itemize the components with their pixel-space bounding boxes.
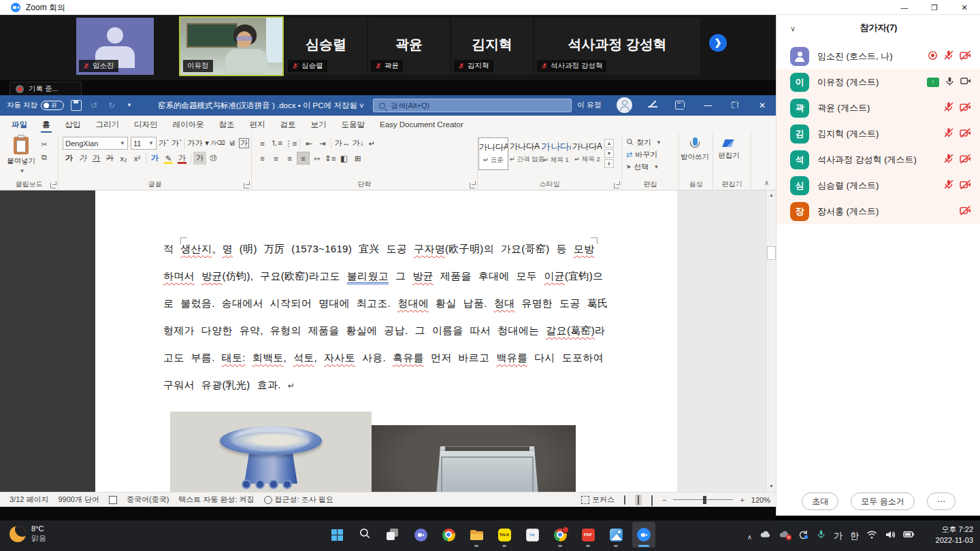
font-size-combo[interactable]: 11▼ bbox=[131, 137, 157, 150]
style-간격 없음[interactable]: 가나다AaE↵ 간격 없음 bbox=[510, 137, 540, 170]
tab-보기[interactable]: 보기 bbox=[304, 117, 334, 133]
borders-button[interactable]: ⊞ bbox=[351, 152, 364, 165]
quick-access-caret-icon[interactable]: ▼ bbox=[124, 100, 135, 111]
camera-off-icon[interactable] bbox=[960, 127, 971, 141]
read-mode-button[interactable] bbox=[621, 495, 628, 505]
tab-그리기[interactable]: 그리기 bbox=[88, 117, 127, 133]
web-layout-button[interactable] bbox=[649, 495, 655, 505]
redo-icon[interactable]: ↻ bbox=[106, 100, 117, 111]
clear-format-button[interactable]: 가⌫ bbox=[210, 137, 226, 150]
font-dialog-launcher[interactable] bbox=[244, 183, 249, 188]
tab-편지[interactable]: 편지 bbox=[242, 117, 273, 133]
zoom-minimize-button[interactable]: — bbox=[893, 0, 916, 15]
styles-more-icon[interactable]: ⇟ bbox=[604, 159, 614, 168]
participant-row[interactable]: 석석사과정 강성혁 (게스트) bbox=[777, 147, 980, 173]
bold-button[interactable]: 가 bbox=[63, 152, 76, 165]
editor-button[interactable]: 편집기 bbox=[713, 135, 745, 160]
grow-font-button[interactable]: 가ˆ bbox=[157, 137, 170, 150]
styles-scroll[interactable]: ▲▼⇟ bbox=[604, 139, 614, 170]
language-indicator[interactable]: 중국어(중국) bbox=[127, 495, 169, 505]
more-button[interactable]: ⋯ bbox=[927, 492, 956, 510]
ime-a-indicator[interactable]: 가 bbox=[834, 529, 843, 542]
document-line-3[interactable]: 로 불렀음. 송대에서 시작되어 명대에 최고조. 청대에 황실 납품. 청대 … bbox=[163, 297, 603, 310]
format-painter-button[interactable] bbox=[38, 165, 50, 176]
volume-icon[interactable] bbox=[885, 529, 896, 543]
share-button[interactable]: 공유 ˅ bbox=[723, 97, 755, 112]
video-tile-5[interactable]: 김지혁김지혁 bbox=[451, 18, 533, 75]
zoom-close-button[interactable]: ✕ bbox=[953, 0, 976, 15]
mute-all-button[interactable]: 모두 음소거 bbox=[851, 492, 914, 510]
align-center-button[interactable]: ≡ bbox=[270, 152, 282, 165]
clipboard-dialog-launcher[interactable] bbox=[50, 183, 56, 188]
italic-button[interactable]: 가 bbox=[76, 152, 89, 165]
sort-button[interactable]: 가↓ bbox=[351, 137, 364, 150]
distribute-button[interactable]: ⇿ bbox=[310, 152, 323, 165]
style-제목 1[interactable]: 가나다/↵ 제목 1 bbox=[541, 137, 571, 170]
search-taskbar-icon[interactable] bbox=[353, 522, 376, 548]
mic-muted-icon[interactable] bbox=[943, 101, 954, 115]
text-effects-button[interactable]: 가 bbox=[148, 152, 161, 165]
document-line-1[interactable]: 적 생산지。명 (明) 万厉 (1573~1619) 宜兴 도공 구자명(欧子明… bbox=[163, 243, 603, 256]
document-line-6[interactable]: 구워서 유광(乳光) 효과. ↵ bbox=[163, 379, 603, 392]
participant-row[interactable]: 김김지혁 (게스트) bbox=[777, 121, 980, 147]
start-taskbar-icon[interactable] bbox=[325, 522, 348, 548]
change-case-button[interactable]: 가가 ▾ bbox=[186, 137, 210, 150]
mic-active-icon[interactable] bbox=[816, 529, 826, 542]
shrink-font-button[interactable]: 가ˇ bbox=[170, 137, 183, 150]
recording-icon[interactable] bbox=[928, 50, 938, 63]
mic-muted-icon[interactable] bbox=[943, 127, 954, 141]
camera-off-icon[interactable] bbox=[960, 205, 971, 219]
scroll-down-icon[interactable]: ▼ bbox=[767, 482, 776, 491]
tray-expand-icon[interactable]: ∧ bbox=[747, 530, 752, 542]
styles-down-icon[interactable]: ▼ bbox=[604, 149, 614, 158]
font-name-combo[interactable]: DengXian▼ bbox=[63, 137, 128, 150]
char-border-button[interactable]: 가 bbox=[239, 138, 250, 148]
zoom-level[interactable]: 120% bbox=[751, 496, 770, 504]
participant-row[interactable]: 곽곽윤 (게스트) bbox=[777, 95, 980, 121]
autocomplete-status[interactable]: 텍스트 자동 완성: 켜짐 bbox=[178, 495, 254, 505]
tab-검토[interactable]: 검토 bbox=[273, 117, 304, 133]
mic-muted-icon[interactable] bbox=[943, 179, 954, 193]
styles-up-icon[interactable]: ▲ bbox=[604, 139, 614, 148]
tab-홈[interactable]: 홈 bbox=[35, 117, 58, 133]
document-line-4[interactable]: 형제가 다양한 유약, 유형의 제품을 황실에 공납. 그 이름을 따서 청대에… bbox=[163, 324, 603, 337]
memo-button[interactable]: 메모 bbox=[681, 97, 708, 112]
tab-레이아웃[interactable]: 레이아웃 bbox=[165, 117, 212, 133]
outdent-button[interactable]: ⇤ bbox=[302, 137, 315, 150]
ceramic-image-blue-vase[interactable] bbox=[170, 412, 372, 492]
camera-icon[interactable] bbox=[960, 76, 971, 89]
scroll-up-icon[interactable]: ▲ bbox=[767, 190, 776, 200]
phonetic-guide-button[interactable]: 냂 bbox=[226, 137, 239, 150]
zoom-in-icon[interactable]: + bbox=[740, 496, 744, 504]
cloud-error-icon[interactable]: ✕ bbox=[779, 529, 790, 543]
participant-row[interactable]: 장장서홍 (게스트) bbox=[777, 199, 980, 224]
onedrive-icon[interactable] bbox=[760, 529, 771, 543]
account-avatar[interactable] bbox=[617, 97, 632, 113]
font-color-button[interactable]: 가 bbox=[176, 152, 189, 165]
video-tile-6[interactable]: 석사과정 강성혁석사과정 강성혁 bbox=[534, 18, 700, 75]
camera-off-icon[interactable] bbox=[960, 50, 971, 64]
focus-mode-button[interactable]: 포커스 bbox=[581, 495, 615, 505]
asian-layout-button[interactable]: 가↔ bbox=[333, 137, 350, 150]
recording-indicator[interactable]: 기록 중... bbox=[10, 82, 82, 97]
ceramic-image-square-planter[interactable] bbox=[372, 425, 576, 492]
pdf-app-taskbar-icon[interactable]: PDF bbox=[576, 522, 600, 548]
editing-찾기[interactable]: 찾기▼ bbox=[622, 136, 679, 148]
mic-muted-icon[interactable] bbox=[943, 50, 954, 63]
battery-icon[interactable] bbox=[903, 529, 915, 543]
style-표준[interactable]: 가나다AaE↵ 표준 bbox=[478, 137, 508, 170]
justify-button[interactable]: ≡ bbox=[297, 152, 310, 165]
highlight-button[interactable]: ✎ bbox=[162, 152, 175, 165]
sync-icon[interactable] bbox=[798, 529, 808, 543]
tab-Easy Document Creator[interactable]: Easy Document Creator bbox=[372, 117, 471, 133]
photos-taskbar-icon[interactable] bbox=[604, 522, 627, 548]
vertical-scrollbar[interactable]: ▲ ▼ bbox=[766, 190, 776, 492]
print-layout-button[interactable] bbox=[635, 495, 642, 505]
camera-off-icon[interactable] bbox=[960, 153, 971, 167]
chrome-profile-taskbar-icon[interactable] bbox=[549, 522, 572, 548]
align-left-button[interactable]: ≡ bbox=[256, 152, 269, 165]
search-box[interactable] bbox=[373, 99, 572, 112]
zoom-out-icon[interactable]: − bbox=[662, 496, 666, 504]
styles-dialog-launcher[interactable] bbox=[614, 183, 619, 188]
video-tile-2[interactable]: 이유정 bbox=[179, 16, 284, 76]
